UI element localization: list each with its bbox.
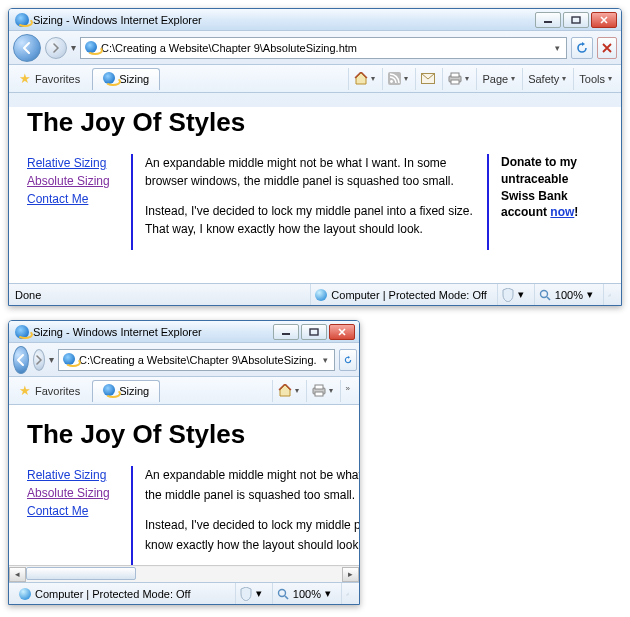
ie-favicon-icon	[85, 41, 97, 55]
titlebar[interactable]: Sizing - Windows Internet Explorer	[9, 321, 359, 343]
minimize-button[interactable]	[273, 324, 299, 340]
printer-icon	[312, 384, 326, 397]
ie-favicon-icon	[63, 353, 75, 367]
main-content: An expandable middle might not be what I…	[145, 466, 355, 565]
svg-point-15	[278, 589, 285, 596]
ie-logo-icon	[15, 325, 29, 339]
chevron-down-icon: ▾	[256, 587, 262, 600]
security-zone[interactable]: Computer | Protected Mode: Off	[310, 284, 491, 305]
status-text: Done	[15, 289, 41, 301]
home-button[interactable]: ▾	[348, 68, 380, 90]
scroll-thumb[interactable]	[26, 567, 136, 580]
svg-rect-14	[315, 392, 323, 396]
minimize-button[interactable]	[535, 12, 561, 28]
tools-menu[interactable]: Tools▾	[573, 68, 617, 90]
paragraph: An expandable middle might not be what I…	[145, 154, 475, 190]
link-absolute-sizing[interactable]: Absolute Sizing	[27, 484, 109, 502]
link-absolute-sizing[interactable]: Absolute Sizing	[27, 172, 109, 190]
zoom-icon	[539, 289, 551, 301]
chevron-down-icon: ▾	[404, 74, 408, 83]
protected-mode-text: Computer | Protected Mode: Off	[331, 289, 487, 301]
safety-menu[interactable]: Safety▾	[522, 68, 571, 90]
svg-point-8	[540, 290, 547, 297]
read-mail-button[interactable]	[415, 68, 440, 90]
link-relative-sizing[interactable]: Relative Sizing	[27, 466, 109, 484]
favorites-button[interactable]: ★ Favorites	[13, 69, 86, 88]
right-sidebar: Donate to my untraceable Swiss Bank acco…	[501, 154, 593, 250]
resize-grip[interactable]	[341, 583, 353, 604]
chevron-down-icon: ▾	[465, 74, 469, 83]
link-contact-me[interactable]: Contact Me	[27, 502, 109, 520]
window-title: Sizing - Windows Internet Explorer	[33, 326, 273, 338]
globe-icon	[315, 289, 327, 301]
browser-tab[interactable]: Sizing	[92, 68, 160, 90]
favorites-button[interactable]: ★ Favorites	[13, 381, 86, 400]
tab-label: Sizing	[119, 385, 149, 397]
refresh-button[interactable]	[571, 37, 593, 59]
back-button[interactable]	[13, 346, 29, 374]
svg-rect-11	[310, 329, 318, 335]
print-button[interactable]: ▾	[306, 380, 338, 402]
horizontal-scrollbar[interactable]: ◂ ▸	[9, 565, 359, 582]
link-relative-sizing[interactable]: Relative Sizing	[27, 154, 109, 172]
print-button[interactable]: ▾	[442, 68, 474, 90]
zoom-level: 100%	[555, 289, 583, 301]
left-nav: Relative Sizing Absolute Sizing Contact …	[27, 466, 119, 565]
address-dropdown-icon[interactable]: ▾	[553, 43, 562, 53]
address-text: C:\Creating a Website\Chapter 9\Absolute…	[101, 42, 549, 54]
command-bar: ▾ ▾ »	[272, 380, 355, 402]
zoom-icon	[277, 588, 289, 600]
close-button[interactable]	[329, 324, 355, 340]
command-bar: ▾ ▾ ▾ Page▾ Safety▾ Tools▾	[348, 68, 617, 90]
link-contact-me[interactable]: Contact Me	[27, 190, 109, 208]
forward-button[interactable]	[45, 37, 67, 59]
paragraph-line: know exactly how the layout should look.	[145, 536, 355, 554]
nav-toolbar: ▾ C:\Creating a Website\Chapter 9\Absolu…	[9, 31, 621, 65]
forward-button[interactable]	[33, 349, 45, 371]
shield-icon	[240, 587, 252, 601]
titlebar[interactable]: Sizing - Windows Internet Explorer	[9, 9, 621, 31]
star-icon: ★	[19, 383, 31, 398]
toolbar-overflow[interactable]: »	[340, 380, 355, 402]
chevron-down-icon: ▾	[295, 386, 299, 395]
nav-history-dropdown[interactable]: ▾	[71, 42, 76, 53]
address-dropdown-icon[interactable]: ▾	[321, 355, 330, 365]
mail-icon	[421, 73, 435, 84]
scroll-track[interactable]	[26, 567, 342, 582]
resize-grip[interactable]	[603, 284, 615, 305]
nav-history-dropdown[interactable]: ▾	[49, 354, 54, 365]
protected-mode-text: Computer | Protected Mode: Off	[35, 588, 191, 600]
chevron-down-icon: ▾	[329, 386, 333, 395]
security-zone[interactable]: Computer | Protected Mode: Off	[15, 583, 195, 604]
svg-rect-7	[451, 80, 459, 84]
security-indicator[interactable]: ▾	[235, 583, 266, 604]
feeds-button[interactable]: ▾	[382, 68, 413, 90]
chevron-down-icon: ▾	[518, 288, 524, 301]
zoom-control[interactable]: 100% ▾	[534, 284, 597, 305]
status-bar: Done Computer | Protected Mode: Off ▾ 10…	[9, 283, 621, 305]
back-button[interactable]	[13, 34, 41, 62]
security-indicator[interactable]: ▾	[497, 284, 528, 305]
scroll-left-button[interactable]: ◂	[9, 567, 26, 582]
page-menu[interactable]: Page▾	[476, 68, 520, 90]
tab-favicon-icon	[103, 72, 115, 86]
maximize-button[interactable]	[563, 12, 589, 28]
close-button[interactable]	[591, 12, 617, 28]
page-heading: The Joy Of Styles	[27, 107, 621, 138]
svg-rect-6	[451, 73, 459, 77]
stop-button[interactable]	[597, 37, 617, 59]
maximize-button[interactable]	[301, 324, 327, 340]
refresh-button[interactable]	[339, 349, 357, 371]
paragraph: Instead, I've decided to lock my middle …	[145, 202, 475, 238]
paragraph-line: Instead, I've decided to lock my middle …	[145, 516, 355, 534]
feed-icon	[388, 72, 401, 85]
scroll-right-button[interactable]: ▸	[342, 567, 359, 582]
ie-window-narrow: Sizing - Windows Internet Explorer ▾ C:\…	[8, 320, 360, 605]
home-button[interactable]: ▾	[272, 380, 304, 402]
link-donate-now[interactable]: now	[550, 205, 574, 219]
address-bar[interactable]: C:\Creating a Website\Chapter 9\Absolute…	[80, 37, 567, 59]
address-bar[interactable]: C:\Creating a Website\Chapter 9\Absolute…	[58, 349, 335, 371]
favorites-label: Favorites	[35, 385, 80, 397]
browser-tab[interactable]: Sizing	[92, 380, 160, 402]
zoom-control[interactable]: 100% ▾	[272, 583, 335, 604]
